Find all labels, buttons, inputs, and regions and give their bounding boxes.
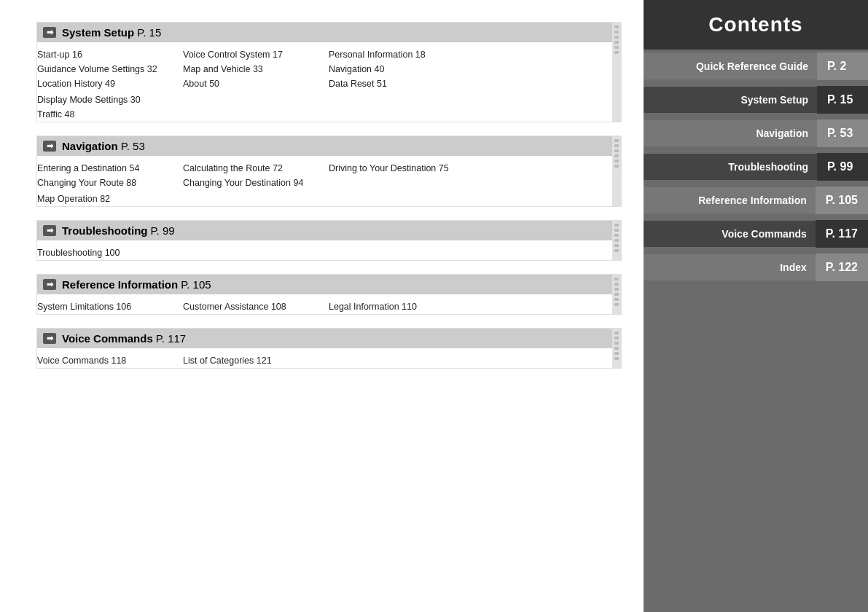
scroll-track: [612, 23, 621, 122]
content-column-3-2: Legal Information 110: [329, 299, 453, 314]
content-item: Personal Information 18: [329, 47, 453, 62]
section-content-reference-information: System Limitations 106Customer Assistanc…: [37, 298, 612, 314]
scroll-dot: [614, 149, 619, 152]
content-column-1-3: Map Operation 82: [37, 192, 161, 206]
content-column-1-0: Entering a Destination 54Changing Your R…: [37, 161, 161, 190]
content-item: Display Mode Settings 30: [37, 93, 161, 107]
scroll-dot: [614, 352, 619, 355]
section-page: P. 117: [156, 332, 186, 345]
content-item: Voice Control System 17: [183, 47, 307, 62]
sidebar-page: P. 105: [816, 187, 868, 214]
section-header-reference-information: ➡ Reference Information P. 105: [37, 275, 612, 294]
scroll-dot: [614, 234, 619, 237]
scroll-track: [612, 329, 621, 368]
content-item: Start-up 16: [37, 47, 161, 62]
sidebar-label: Voice Commands: [644, 221, 816, 247]
content-item: Voice Commands 118: [37, 353, 161, 368]
scroll-dot: [614, 347, 619, 350]
content-column-0-3: Display Mode Settings 30Traffic 48: [37, 93, 161, 122]
content-item: Map and Vehicle 33: [183, 62, 307, 76]
sidebar: Contents Quick Reference Guide P. 2 Syst…: [644, 0, 868, 612]
sidebar-page: P. 15: [817, 86, 868, 114]
section-title: System Setup: [62, 26, 134, 39]
content-item: Calculating the Route 72: [183, 161, 307, 176]
sidebar-page: P. 2: [817, 52, 868, 80]
section-title: Troubleshooting: [62, 224, 148, 237]
sidebar-item-system-setup[interactable]: System Setup P. 15: [644, 86, 868, 114]
section-wrapper-troubleshooting: ➡ Troubleshooting P. 99 Troubleshooting …: [36, 220, 622, 261]
sidebar-item-reference-information[interactable]: Reference Information P. 105: [644, 187, 868, 214]
scroll-dot: [614, 41, 619, 44]
section-icon: ➡: [43, 27, 56, 38]
sidebar-page: P. 122: [816, 254, 868, 281]
section-wrapper-system-setup: ➡ System Setup P. 15 Start-up 16Guidance…: [36, 22, 622, 122]
content-item: Customer Assistance 108: [183, 299, 307, 314]
scroll-dot: [614, 293, 619, 296]
content-column-1-1: Calculating the Route 72Changing Your De…: [183, 161, 307, 190]
content-item: Legal Information 110: [329, 299, 453, 314]
section-header-troubleshooting: ➡ Troubleshooting P. 99: [37, 221, 612, 240]
scroll-dot: [614, 332, 619, 334]
sidebar-item-navigation[interactable]: Navigation P. 53: [644, 119, 868, 147]
section-icon: ➡: [43, 225, 56, 236]
content-item: About 50: [183, 76, 307, 91]
sidebar-item-index[interactable]: Index P. 122: [644, 254, 868, 281]
scroll-dot: [614, 154, 619, 157]
section-content-system-setup: Start-up 16Guidance Volume Settings 32Lo…: [37, 46, 612, 122]
section-wrapper-reference-information: ➡ Reference Information P. 105 System Li…: [36, 274, 622, 315]
section-icon: ➡: [43, 141, 56, 152]
sidebar-page: P. 99: [817, 153, 868, 181]
content-item: Driving to Your Destination 75: [329, 161, 453, 176]
section-icon: ➡: [43, 333, 56, 344]
section-title: Reference Information: [62, 278, 178, 291]
scroll-dot: [614, 357, 619, 360]
section-header-system-setup: ➡ System Setup P. 15: [37, 23, 612, 42]
sidebar-item-voice-commands[interactable]: Voice Commands P. 117: [644, 220, 868, 248]
content-item: Troubleshooting 100: [37, 246, 161, 260]
content-column-3-1: Customer Assistance 108: [183, 299, 307, 314]
section-troubleshooting: ➡ Troubleshooting P. 99 Troubleshooting …: [36, 220, 622, 261]
sidebar-label: Troubleshooting: [644, 154, 817, 180]
content-column-4-0: Voice Commands 118: [37, 353, 161, 368]
scroll-dot: [614, 139, 619, 142]
scroll-dot: [614, 278, 619, 280]
content-column-2-0: Troubleshooting 100: [37, 246, 161, 260]
content-item: Guidance Volume Settings 32: [37, 62, 161, 76]
main-content: ➡ System Setup P. 15 Start-up 16Guidance…: [0, 0, 644, 612]
section-reference-information: ➡ Reference Information P. 105 System Li…: [36, 274, 622, 315]
sidebar-label: Navigation: [644, 120, 817, 146]
sidebar-item-troubleshooting[interactable]: Troubleshooting P. 99: [644, 153, 868, 181]
scroll-dot: [614, 244, 619, 247]
scroll-dot: [614, 165, 619, 168]
content-item: Data Reset 51: [329, 76, 453, 91]
content-column-4-1: List of Categories 121: [183, 353, 307, 368]
scroll-dot: [614, 160, 619, 162]
section-wrapper-voice-commands: ➡ Voice Commands P. 117 Voice Commands 1…: [36, 328, 622, 369]
scroll-dot: [614, 36, 619, 39]
content-column-0-0: Start-up 16Guidance Volume Settings 32Lo…: [37, 47, 161, 91]
sidebar-label: Index: [644, 254, 816, 280]
content-column-1-2: Driving to Your Destination 75: [329, 161, 453, 190]
scroll-dot: [614, 337, 619, 340]
sidebar-item-quick-reference-guide[interactable]: Quick Reference Guide P. 2: [644, 52, 868, 80]
section-navigation: ➡ Navigation P. 53 Entering a Destinatio…: [36, 136, 622, 207]
scroll-dot: [614, 303, 619, 306]
sidebar-label: System Setup: [644, 87, 817, 113]
scroll-dot: [614, 31, 619, 34]
scroll-track: [612, 275, 621, 314]
content-item: Navigation 40: [329, 62, 453, 76]
scroll-track: [612, 221, 621, 260]
scroll-track: [612, 136, 621, 206]
section-icon: ➡: [43, 279, 56, 290]
sidebar-page: P. 117: [816, 220, 868, 248]
content-item: Location History 49: [37, 76, 161, 91]
scroll-dot: [614, 249, 619, 252]
section-header-navigation: ➡ Navigation P. 53: [37, 136, 612, 156]
scroll-dot: [614, 283, 619, 286]
content-column-3-0: System Limitations 106: [37, 299, 161, 314]
section-header-voice-commands: ➡ Voice Commands P. 117: [37, 329, 612, 348]
content-column-0-2: Personal Information 18Navigation 40Data…: [329, 47, 453, 91]
scroll-dot: [614, 26, 619, 28]
section-wrapper-navigation: ➡ Navigation P. 53 Entering a Destinatio…: [36, 136, 622, 207]
sidebar-title: Contents: [644, 0, 868, 50]
